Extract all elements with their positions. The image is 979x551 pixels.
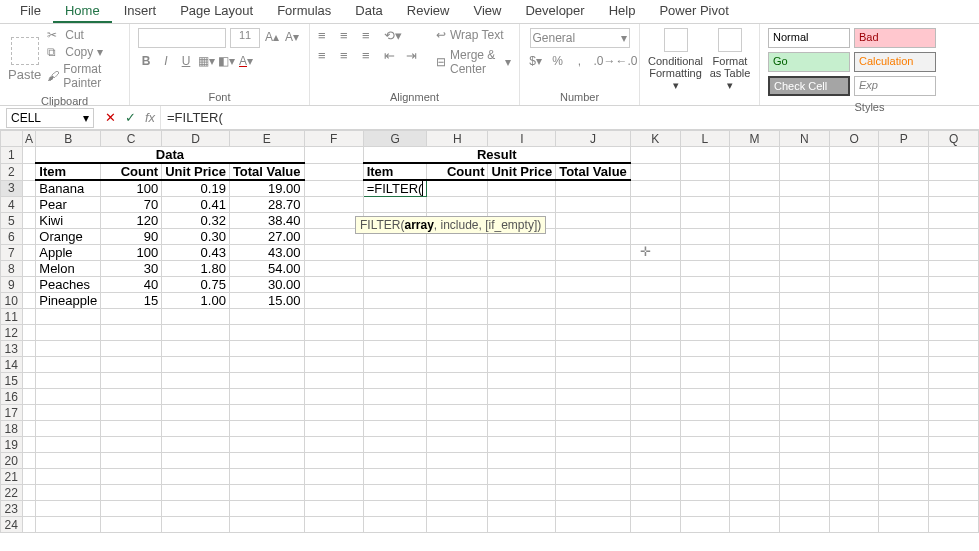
col-header-Q[interactable]: Q [929, 131, 979, 147]
font-color-button[interactable]: A▾ [238, 54, 254, 70]
row-header[interactable]: 6 [1, 229, 23, 245]
copy-button[interactable]: ⧉Copy▾ [47, 45, 121, 59]
align-top-icon[interactable]: ≡ [318, 28, 334, 42]
underline-button[interactable]: U [178, 54, 194, 70]
conditional-formatting-button[interactable]: Conditional Formatting▾ [648, 28, 703, 91]
cell[interactable]: Pineapple [36, 293, 101, 309]
row-header[interactable]: 14 [1, 357, 23, 373]
paste-button[interactable]: Paste [8, 37, 41, 82]
cell[interactable]: 30.00 [229, 277, 304, 293]
row-header[interactable]: 7 [1, 245, 23, 261]
currency-button[interactable]: $▾ [528, 54, 544, 70]
cell[interactable]: 1.00 [162, 293, 230, 309]
row-header[interactable]: 22 [1, 485, 23, 501]
col-header-A[interactable]: A [22, 131, 36, 147]
enter-formula-button[interactable]: ✓ [120, 110, 140, 125]
select-all-button[interactable] [1, 131, 23, 147]
tab-view[interactable]: View [461, 0, 513, 23]
style-calculation[interactable]: Calculation [854, 52, 936, 72]
align-bottom-icon[interactable]: ≡ [362, 28, 378, 42]
col-header-M[interactable]: M [730, 131, 780, 147]
cell[interactable]: 54.00 [229, 261, 304, 277]
font-size-select[interactable]: 11 [230, 28, 260, 48]
format-painter-button[interactable]: 🖌Format Painter [47, 62, 121, 90]
decrease-indent-icon[interactable]: ⇤ [384, 48, 400, 62]
row-header[interactable]: 4 [1, 197, 23, 213]
cancel-formula-button[interactable]: ✕ [100, 110, 120, 125]
wrap-text-button[interactable]: ↩Wrap Text [436, 28, 511, 42]
cell[interactable]: 120 [101, 213, 162, 229]
cell[interactable]: 30 [101, 261, 162, 277]
cell[interactable]: Pear [36, 197, 101, 213]
cell[interactable]: 0.19 [162, 180, 230, 197]
style-good[interactable]: Go [768, 52, 850, 72]
cell[interactable]: 15 [101, 293, 162, 309]
col-header-K[interactable]: K [630, 131, 680, 147]
cell[interactable]: 90 [101, 229, 162, 245]
cell[interactable]: 70 [101, 197, 162, 213]
cell[interactable]: Kiwi [36, 213, 101, 229]
row-header[interactable]: 16 [1, 389, 23, 405]
bold-button[interactable]: B [138, 54, 154, 70]
row-header[interactable]: 1 [1, 147, 23, 164]
font-name-select[interactable] [138, 28, 226, 48]
col-header-B[interactable]: B [36, 131, 101, 147]
row-header[interactable]: 10 [1, 293, 23, 309]
increase-decimal-button[interactable]: .0→ [594, 54, 610, 70]
style-check-cell[interactable]: Check Cell [768, 76, 850, 96]
row-header[interactable]: 8 [1, 261, 23, 277]
cell[interactable]: 100 [101, 180, 162, 197]
name-box[interactable]: CELL▾ [6, 108, 94, 128]
cell[interactable]: 1.80 [162, 261, 230, 277]
align-right-icon[interactable]: ≡ [362, 48, 378, 62]
col-header-L[interactable]: L [680, 131, 730, 147]
cell[interactable]: 28.70 [229, 197, 304, 213]
col-header-P[interactable]: P [879, 131, 929, 147]
col-header-I[interactable]: I [488, 131, 556, 147]
row-header[interactable]: 15 [1, 373, 23, 389]
tab-home[interactable]: Home [53, 0, 112, 23]
spreadsheet-grid[interactable]: A B C D E F G H I J K L M N O P Q 1DataR… [0, 130, 979, 533]
cell[interactable]: 43.00 [229, 245, 304, 261]
cell[interactable]: 38.40 [229, 213, 304, 229]
row-header[interactable]: 5 [1, 213, 23, 229]
align-center-icon[interactable]: ≡ [340, 48, 356, 62]
fill-color-button[interactable]: ◧▾ [218, 54, 234, 70]
comma-button[interactable]: , [572, 54, 588, 70]
tab-formulas[interactable]: Formulas [265, 0, 343, 23]
row-header[interactable]: 24 [1, 517, 23, 533]
increase-indent-icon[interactable]: ⇥ [406, 48, 422, 62]
row-header[interactable]: 13 [1, 341, 23, 357]
tab-help[interactable]: Help [597, 0, 648, 23]
tab-developer[interactable]: Developer [513, 0, 596, 23]
row-header[interactable]: 2 [1, 163, 23, 180]
cell[interactable]: 15.00 [229, 293, 304, 309]
align-middle-icon[interactable]: ≡ [340, 28, 356, 42]
row-header[interactable]: 23 [1, 501, 23, 517]
style-explanatory[interactable]: Exp [854, 76, 936, 96]
format-as-table-button[interactable]: Format as Table▾ [709, 28, 751, 91]
col-header-D[interactable]: D [162, 131, 230, 147]
style-bad[interactable]: Bad [854, 28, 936, 48]
cell[interactable]: 0.32 [162, 213, 230, 229]
increase-font-icon[interactable]: A▴ [264, 30, 280, 46]
tab-power-pivot[interactable]: Power Pivot [647, 0, 740, 23]
row-header[interactable]: 20 [1, 453, 23, 469]
row-header[interactable]: 18 [1, 421, 23, 437]
align-left-icon[interactable]: ≡ [318, 48, 334, 62]
col-header-G[interactable]: G [363, 131, 427, 147]
row-header[interactable]: 19 [1, 437, 23, 453]
col-header-F[interactable]: F [304, 131, 363, 147]
merge-center-button[interactable]: ⊟Merge & Center▾ [436, 48, 511, 76]
col-header-J[interactable]: J [556, 131, 631, 147]
cell[interactable]: 19.00 [229, 180, 304, 197]
col-header-H[interactable]: H [427, 131, 488, 147]
col-header-O[interactable]: O [829, 131, 879, 147]
percent-button[interactable]: % [550, 54, 566, 70]
cell[interactable]: Orange [36, 229, 101, 245]
col-header-N[interactable]: N [779, 131, 829, 147]
cell[interactable]: Apple [36, 245, 101, 261]
cell[interactable]: 0.75 [162, 277, 230, 293]
cut-button[interactable]: ✂Cut [47, 28, 121, 42]
decrease-font-icon[interactable]: A▾ [284, 30, 300, 46]
